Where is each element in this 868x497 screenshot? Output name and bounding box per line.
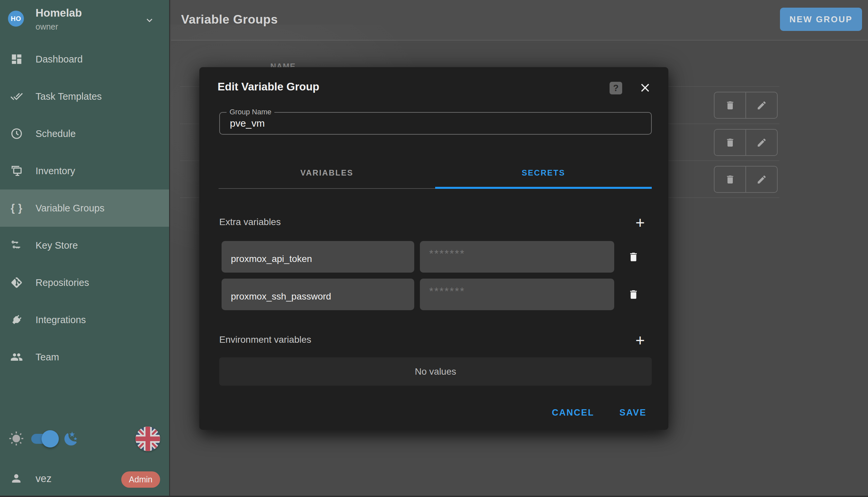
edit-variable-group-dialog: Edit Variable Group ? Group Name VARIABL…	[199, 67, 668, 430]
sidebar-item-integrations[interactable]: Integrations	[0, 301, 169, 338]
chevron-down-icon	[144, 15, 155, 26]
project-role: owner	[35, 22, 58, 32]
monitor-icon	[10, 164, 23, 178]
table-row-actions	[714, 129, 778, 156]
user-icon	[10, 472, 23, 485]
check-all-icon	[10, 90, 23, 103]
delete-secret-button[interactable]	[627, 251, 640, 263]
group-name-input[interactable]	[220, 113, 651, 134]
table-row-actions	[714, 92, 778, 119]
sidebar-nav: Dashboard Task Templates Schedule Invent…	[0, 41, 169, 376]
delete-row-button[interactable]	[715, 93, 746, 118]
language-flag-uk[interactable]	[135, 427, 160, 451]
table-row-actions	[714, 166, 778, 193]
user-menu[interactable]: vez Admin	[0, 468, 170, 491]
sidebar-item-dashboard[interactable]: Dashboard	[0, 41, 169, 78]
delete-row-button[interactable]	[715, 167, 746, 192]
help-button[interactable]: ?	[609, 82, 622, 95]
secret-value-input[interactable]	[420, 241, 614, 273]
sidebar-item-team[interactable]: Team	[0, 338, 169, 376]
variable-groups-icon: { }	[10, 201, 23, 215]
secret-name-input[interactable]	[222, 279, 414, 310]
dialog-tabs: VARIABLES SECRETS	[219, 158, 652, 188]
admin-badge: Admin	[121, 471, 160, 488]
project-avatar: HO	[8, 11, 24, 27]
sidebar-item-inventory[interactable]: Inventory	[0, 152, 169, 189]
page-title: Variable Groups	[181, 13, 278, 27]
delete-row-button[interactable]	[715, 130, 746, 155]
plug-icon	[10, 313, 23, 326]
light-mode-icon	[9, 431, 24, 446]
edit-row-button[interactable]	[746, 130, 777, 155]
group-name-label: Group Name	[226, 108, 275, 116]
secret-name-input[interactable]	[222, 241, 414, 273]
sidebar: HO Homelab owner Dashboard Task Template…	[0, 0, 170, 497]
team-icon	[10, 351, 23, 364]
page-header: Variable Groups NEW GROUP	[171, 0, 868, 41]
tab-secrets[interactable]: SECRETS	[435, 158, 652, 188]
group-name-field: Group Name	[219, 112, 652, 134]
add-environment-variable-button[interactable]: +	[630, 330, 651, 351]
secret-value-input[interactable]	[420, 279, 614, 310]
dark-mode-icon	[63, 431, 79, 447]
user-name: vez	[35, 473, 52, 485]
save-button[interactable]: SAVE	[610, 402, 656, 423]
edit-row-button[interactable]	[746, 167, 777, 192]
dark-mode-toggle[interactable]	[31, 434, 57, 444]
toggle-knob	[42, 430, 59, 448]
keys-icon	[10, 239, 23, 252]
sidebar-item-repositories[interactable]: Repositories	[0, 264, 169, 301]
sidebar-item-schedule[interactable]: Schedule	[0, 115, 169, 152]
sidebar-item-task-templates[interactable]: Task Templates	[0, 78, 169, 115]
clock-icon	[10, 127, 23, 140]
cancel-button[interactable]: CANCEL	[545, 402, 601, 423]
dashboard-icon	[10, 53, 23, 66]
tab-variables[interactable]: VARIABLES	[219, 158, 435, 188]
no-values-placeholder: No values	[219, 357, 652, 386]
project-switcher[interactable]: HO Homelab owner	[0, 0, 169, 41]
add-extra-variable-button[interactable]: +	[630, 213, 651, 233]
window-bottom-edge	[0, 496, 868, 497]
environment-variables-label: Environment variables	[219, 335, 311, 345]
close-icon[interactable]	[638, 81, 652, 95]
active-tab-indicator	[435, 187, 652, 189]
git-icon	[10, 276, 23, 289]
delete-secret-button[interactable]	[627, 288, 640, 301]
edit-row-button[interactable]	[746, 93, 777, 118]
new-group-button[interactable]: NEW GROUP	[780, 8, 862, 31]
sidebar-item-key-store[interactable]: Key Store	[0, 227, 169, 264]
sidebar-item-variable-groups[interactable]: { } Variable Groups	[0, 189, 169, 227]
extra-variables-label: Extra variables	[219, 217, 281, 227]
project-name: Homelab	[35, 6, 82, 19]
dialog-title: Edit Variable Group	[218, 81, 319, 93]
